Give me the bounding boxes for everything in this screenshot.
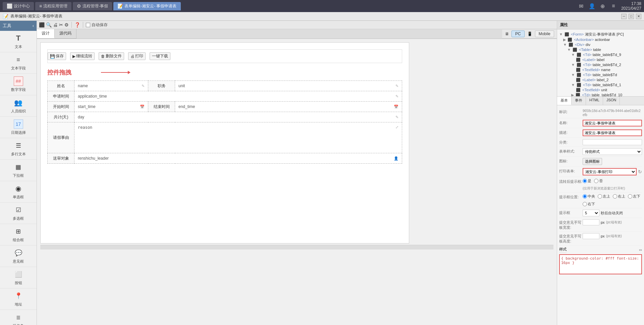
tab-design-center[interactable]: ⬜ 设计中心 — [3, 2, 34, 10]
submit-field-cell[interactable]: 👤 — [74, 153, 402, 164]
toolbar-icon-4[interactable]: ✂ — [59, 22, 63, 28]
day-field-cell[interactable]: ✎ — [74, 112, 402, 122]
day-input[interactable] — [76, 113, 400, 121]
panel-tab-events[interactable]: 事件 — [572, 97, 586, 105]
tree-item[interactable]: ▶ ⬛ <Td> table_table$Td_10 — [559, 93, 642, 97]
reason-textarea[interactable]: reason — [76, 124, 400, 151]
app-time-input[interactable] — [76, 93, 400, 100]
panel-tab-json[interactable]: JSON — [603, 97, 620, 105]
pos-center-option[interactable]: 中央 — [583, 194, 595, 199]
pos-botright-option[interactable]: 右下 — [583, 202, 595, 207]
job-input[interactable] — [177, 82, 400, 90]
app-time-field-cell[interactable]: ✎ — [74, 91, 402, 102]
sidebar-item-org[interactable]: 👥 人员组织 — [0, 95, 37, 117]
flow-yes-option[interactable]: 是 — [583, 178, 591, 183]
tab-design[interactable]: 设计 — [37, 29, 55, 38]
flow-yes-radio[interactable] — [583, 179, 587, 183]
sidebar-item-comment[interactable]: 💬 意见框 — [0, 246, 37, 267]
toolbar-icon-5[interactable]: ⚙ — [64, 22, 69, 28]
download-button[interactable]: 一键下载 — [150, 52, 170, 60]
pc-view-btn[interactable]: PC — [512, 31, 525, 37]
pos-botleft-radio[interactable] — [628, 194, 632, 199]
tab-process-mgmt[interactable]: ⚙ 流程管理-事假 — [73, 2, 112, 10]
sidebar-item-text-field[interactable]: ≡ 文本字段 — [0, 52, 37, 74]
tree-item[interactable]: ⬛ <Label> label_2 — [559, 77, 642, 83]
tree-item[interactable]: ▼ ⬛ <Table> table — [559, 47, 642, 52]
tree-item[interactable]: ⬛ <Textfield> name — [559, 67, 642, 72]
tree-item[interactable]: ▼ ⬛ <Form> 湘安云-事假申请表 [PC] — [559, 32, 642, 37]
name-input[interactable] — [76, 82, 146, 90]
style-expand-icon[interactable]: ⇔ — [639, 248, 642, 252]
prop-style-select[interactable]: 传统样式 — [583, 148, 642, 155]
tab-source[interactable]: 源代码 — [55, 29, 76, 38]
sidebar-item-checkbox[interactable]: ☑ 多选框 — [0, 203, 37, 224]
name-field-cell[interactable]: ✎ — [74, 81, 148, 91]
sidebar-item-number-field[interactable]: ## 数字字段 — [0, 74, 37, 95]
pos-center-radio[interactable] — [583, 194, 587, 199]
hw-height-input[interactable] — [583, 233, 599, 239]
toolbar-icon-2[interactable]: 🔍 — [46, 22, 52, 28]
tree-item[interactable]: ▼ ⬛ <Td> table_table$Td_1 — [559, 83, 642, 88]
pos-topleft-radio[interactable] — [598, 194, 602, 199]
print-refresh-icon[interactable]: ↻ — [638, 169, 642, 174]
pos-topright-option[interactable]: 右上 — [613, 194, 625, 199]
save-button[interactable]: 💾 保存 — [48, 52, 66, 60]
panel-tab-html[interactable]: HTML — [586, 97, 603, 105]
sidebar-item-combo[interactable]: ⊞ 组合框 — [0, 224, 37, 246]
end-time-input[interactable] — [177, 103, 400, 110]
pos-topleft-option[interactable]: 左上 — [598, 194, 610, 199]
prop-name-input[interactable] — [583, 120, 642, 126]
tree-item[interactable]: ▼ ⬛ <Td> table_table$Td_2 — [559, 62, 642, 67]
continue-flow-button[interactable]: ▶ 继续流转 — [70, 52, 95, 60]
maximize-button[interactable]: □ — [629, 14, 634, 19]
end-time-field-cell[interactable]: 📅 — [175, 102, 402, 112]
notification-icon[interactable]: ✉ — [578, 2, 585, 10]
sidebar-item-address[interactable]: 📍 地址 — [0, 288, 37, 310]
sidebar-item-multiline[interactable]: ☰ 多行文本 — [0, 138, 37, 160]
sidebar-item-date[interactable]: 17 日期选择 — [0, 117, 37, 138]
sidebar-collapse-icon[interactable]: ‹ — [33, 23, 34, 28]
toolbar-icon-1[interactable]: ⬛ — [39, 22, 45, 28]
tree-item[interactable]: ▼ ⬛ <Td> table_table$Td — [559, 72, 642, 77]
timer-select[interactable]: 5 — [583, 210, 599, 216]
tree-item[interactable]: ⬛ <Textfield> unit — [559, 88, 642, 93]
prop-category-input[interactable] — [583, 139, 642, 145]
toolbar-icon-6[interactable]: ❓ — [74, 22, 80, 28]
minimize-button[interactable]: ─ — [621, 14, 627, 19]
close-button[interactable]: ✕ — [636, 14, 641, 19]
sidebar-item-dropdown[interactable]: ▦ 下拉框 — [0, 160, 37, 181]
autosave-checkbox[interactable] — [86, 23, 90, 27]
user-icon[interactable]: 👤 — [588, 2, 596, 10]
flow-no-option[interactable]: 否 — [594, 178, 603, 183]
print-button[interactable]: 🖨 打印 — [128, 52, 146, 60]
delete-file-button[interactable]: 🗑 删除文件 — [99, 52, 124, 60]
start-time-field-cell[interactable]: 📅 — [74, 102, 148, 112]
sidebar-item-button[interactable]: ⬜ 按钮 — [0, 267, 37, 288]
sidebar-item-text[interactable]: T 文本 — [0, 31, 37, 52]
tree-item[interactable]: ⬛ <Label> label — [559, 57, 642, 62]
canvas-scrollbar[interactable] — [40, 245, 553, 250]
reason-field-cell[interactable]: reason ⤢ — [74, 122, 402, 153]
menu-icon[interactable]: ≡ — [610, 2, 617, 10]
style-code-box[interactable]: { background-color: #fff font-size: 16px… — [559, 254, 642, 274]
pos-botleft-option[interactable]: 左下 — [628, 194, 640, 199]
prop-desc-input[interactable] — [583, 129, 642, 136]
tab-form-editor[interactable]: 📝 表单编辑-湘安云- 事假申请表 — [113, 2, 180, 10]
pos-topright-radio[interactable] — [613, 194, 617, 199]
mobile-view-btn[interactable]: Mobile — [535, 31, 554, 37]
tree-item[interactable]: ▶ ⬛ <Actionbar> actionbar — [559, 37, 642, 42]
select-icon-button[interactable]: 选择图标 — [583, 158, 602, 165]
submit-input[interactable] — [76, 155, 400, 162]
panel-tab-basic[interactable]: 基本 — [557, 97, 572, 105]
tree-item[interactable]: ▼ ⬛ <Td> table_table$Td_9 — [559, 52, 642, 57]
print-form-select[interactable]: 湘安云-事假打印 — [583, 168, 637, 175]
flow-no-radio[interactable] — [594, 179, 598, 183]
toolbar-icon-3[interactable]: 🖨 — [53, 22, 58, 28]
pos-botright-radio[interactable] — [583, 202, 587, 206]
sidebar-item-operation[interactable]: ≣ 操作条 — [0, 310, 37, 325]
sidebar-item-radio[interactable]: ◉ 单选框 — [0, 181, 37, 203]
hw-width-input[interactable] — [583, 219, 599, 225]
tree-item[interactable]: ▼ ⬛ <Div> div — [559, 42, 642, 47]
start-time-input[interactable] — [76, 103, 146, 110]
help-icon[interactable]: ⊕ — [599, 2, 606, 10]
